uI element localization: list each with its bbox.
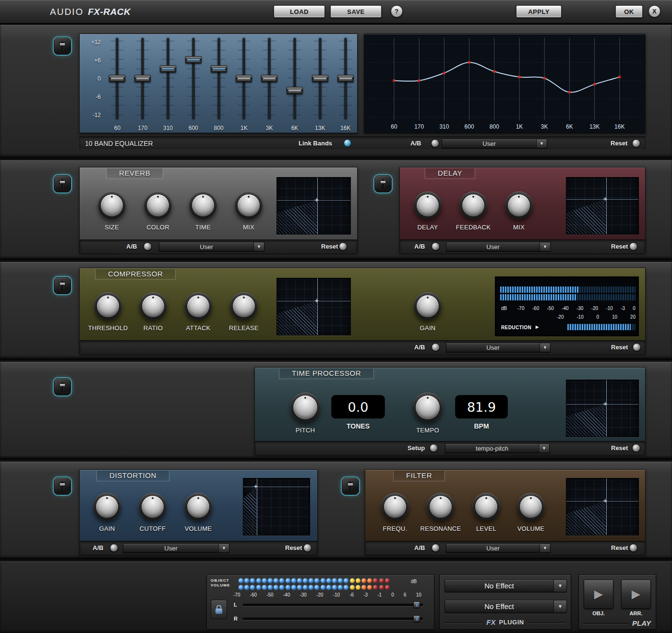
chevron-down-icon[interactable]: ▼ — [553, 600, 566, 612]
eq-slider-handle-310[interactable] — [160, 65, 176, 72]
compressor-ratio-knob[interactable] — [139, 292, 167, 320]
time-processor-power-toggle[interactable] — [54, 378, 71, 395]
eq-slider-handle-170[interactable] — [134, 75, 151, 82]
ok-button[interactable]: OK — [615, 5, 643, 18]
chevron-down-icon[interactable]: ▼ — [540, 343, 550, 352]
delay-preset-dropdown[interactable]: User ▼ — [446, 242, 551, 251]
compressor-power-toggle[interactable] — [54, 277, 71, 294]
eq-slider-handle-3K[interactable] — [261, 75, 277, 82]
volume-led — [314, 585, 319, 590]
chevron-down-icon[interactable]: ▼ — [536, 139, 547, 148]
chevron-down-icon[interactable]: ▼ — [253, 242, 264, 251]
time-pitch-knob[interactable] — [290, 393, 320, 422]
compressor-gain-knob[interactable] — [414, 292, 442, 320]
filter-reset-button[interactable] — [629, 544, 637, 552]
distortion-power-toggle[interactable] — [54, 478, 71, 495]
play-object-button[interactable]: ▶ — [584, 580, 613, 609]
obj-label: OBJ. — [584, 610, 613, 616]
play-arrangement-button[interactable]: ▶ — [621, 580, 651, 609]
channel-lock-button[interactable] — [211, 600, 227, 619]
filter-level-knob[interactable] — [472, 493, 500, 521]
volume-led — [321, 585, 325, 590]
time-setup-dropdown[interactable]: tempo-pitch ▼ — [445, 443, 550, 453]
compressor-preset-dropdown[interactable]: User ▼ — [446, 343, 551, 352]
ab-toggle-button[interactable] — [431, 139, 439, 147]
delay-delay-knob[interactable] — [414, 191, 442, 219]
eq-slider-handle-600[interactable] — [185, 56, 202, 63]
link-bands-led[interactable] — [344, 139, 351, 147]
chevron-down-icon[interactable]: ▼ — [218, 544, 229, 552]
chevron-down-icon[interactable]: ▼ — [540, 544, 550, 552]
chevron-down-icon[interactable]: ▼ — [539, 444, 549, 453]
left-volume-slider[interactable] — [243, 604, 423, 606]
time-reset-button[interactable] — [632, 444, 640, 452]
help-button[interactable]: ? — [391, 5, 403, 17]
distortion-knobs: GAINCUTOFFVOLUME — [85, 493, 229, 543]
ab-toggle-button[interactable] — [432, 343, 440, 351]
ab-toggle-button[interactable] — [110, 544, 118, 552]
chevron-down-icon[interactable]: ▼ — [540, 242, 550, 251]
reverb-size-knob[interactable] — [98, 191, 126, 219]
reverb-preset-dropdown[interactable]: User ▼ — [159, 242, 264, 251]
reverb-time-knob[interactable] — [189, 191, 217, 219]
filter-volume-knob[interactable] — [517, 493, 545, 521]
compressor-threshold-knob[interactable] — [94, 292, 122, 320]
right-volume-slider[interactable] — [243, 618, 423, 620]
filter-resonance-knob[interactable] — [427, 493, 455, 521]
filter-power-toggle[interactable] — [342, 478, 359, 495]
fx-plugin-slot-1[interactable]: No Effect ▼ — [444, 579, 567, 592]
time-tempo-knob[interactable] — [413, 393, 443, 422]
distortion-gain-knob[interactable] — [93, 493, 121, 521]
eq-db-value: +6 — [81, 57, 101, 64]
close-button[interactable]: X — [648, 5, 660, 17]
distortion-volume-knob[interactable] — [184, 493, 212, 521]
load-button[interactable]: LOAD — [274, 5, 325, 18]
reverb-graph[interactable]: + — [276, 177, 351, 235]
setup-button[interactable] — [430, 444, 438, 452]
reverb-power-toggle[interactable] — [54, 175, 71, 192]
filter-preset-dropdown[interactable]: User ▼ — [446, 543, 551, 553]
distortion-preset-dropdown[interactable]: User ▼ — [123, 543, 229, 553]
reverb-mix-knob[interactable] — [235, 191, 263, 219]
reverb-reset-button[interactable] — [339, 242, 347, 251]
left-volume-handle[interactable] — [413, 601, 420, 608]
save-button[interactable]: SAVE — [330, 5, 382, 18]
filter-knob-group: FREQU. — [373, 493, 417, 532]
time-processor-graph[interactable]: + — [566, 380, 639, 437]
eq-slider-handle-800[interactable] — [211, 65, 227, 72]
delay-feedback-knob[interactable] — [459, 191, 487, 219]
reverb-color-knob[interactable] — [144, 191, 172, 219]
delay-mix-knob[interactable] — [505, 191, 533, 219]
delay-power-toggle[interactable] — [374, 175, 392, 192]
apply-button[interactable]: APPLY — [516, 5, 562, 18]
right-volume-handle[interactable] — [413, 615, 420, 622]
crosshair-v — [606, 178, 607, 234]
delay-graph[interactable]: + — [566, 177, 639, 235]
eq-preset-dropdown[interactable]: User ▼ — [442, 139, 547, 148]
eq-reset-button[interactable] — [632, 139, 640, 147]
compressor-graph[interactable]: + — [276, 278, 351, 335]
distortion-reset-button[interactable] — [303, 544, 312, 552]
eq-slider-handle-16K[interactable] — [337, 75, 354, 82]
eq-slider-handle-1K[interactable] — [236, 75, 252, 82]
eq-slider-handle-60[interactable] — [109, 75, 125, 82]
chevron-down-icon[interactable]: ▼ — [553, 580, 566, 592]
ab-toggle-button[interactable] — [432, 242, 440, 251]
distortion-graph[interactable]: + — [243, 478, 310, 536]
filter-frequ-knob[interactable] — [381, 493, 409, 521]
delay-reset-button[interactable] — [629, 242, 637, 251]
ab-toggle-button[interactable] — [432, 544, 440, 552]
filter-graph[interactable]: + — [566, 478, 639, 536]
fx-plugin-slot-2[interactable]: No Effect ▼ — [444, 600, 567, 613]
ab-toggle-button[interactable] — [144, 242, 152, 251]
compressor-release-knob[interactable] — [230, 292, 258, 320]
eq-graph-freq-label: 60 — [385, 123, 403, 130]
compressor-attack-knob[interactable] — [184, 292, 212, 320]
eq-curve-graph[interactable]: 601703106008001K3K6K13K16K — [364, 34, 646, 133]
distortion-cutoff-knob[interactable] — [139, 493, 167, 521]
equalizer-power-toggle[interactable] — [54, 37, 71, 55]
knob-pointer — [106, 497, 108, 499]
eq-slider-handle-13K[interactable] — [312, 75, 328, 82]
eq-slider-handle-6K[interactable] — [287, 87, 303, 94]
compressor-reset-button[interactable] — [633, 343, 641, 351]
